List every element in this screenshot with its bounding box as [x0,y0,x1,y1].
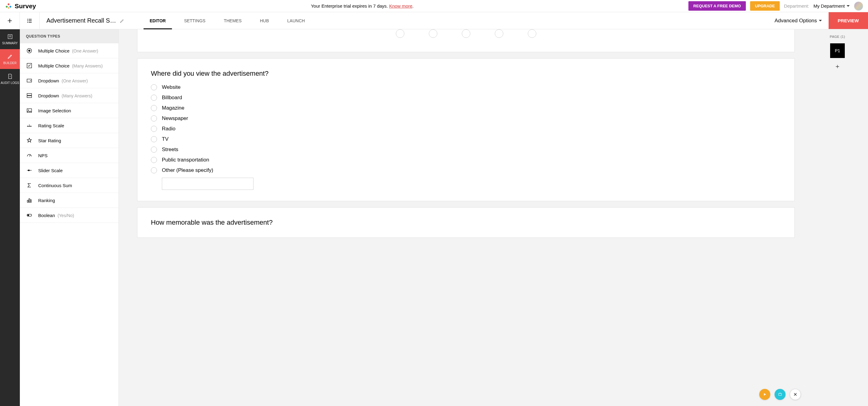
qtype-boolean[interactable]: Boolean (Yes/No) [20,208,119,223]
svg-rect-29 [29,199,30,202]
qtype-multiple-choice-many[interactable]: Multiple Choice (Many Answers) [20,58,119,73]
svg-rect-18 [27,96,32,98]
qtype-label: Slider Scale [38,168,63,173]
play-fab[interactable] [759,389,770,400]
choice-option[interactable]: Website [151,84,781,90]
brand-logo-icon [5,2,12,10]
svg-point-14 [28,50,31,52]
main-area: SUMMARY BUILDER AUDIT LOGS QUESTION TYPE… [0,29,868,406]
choice-option[interactable]: Streets [151,146,781,153]
choice-option-other[interactable]: Other (Please specify) [151,167,781,173]
pencil-icon[interactable] [120,18,125,23]
nav-rail: SUMMARY BUILDER AUDIT LOGS [0,29,20,406]
svg-rect-10 [8,34,12,38]
qtype-label: Dropdown [38,78,59,83]
tab-hub[interactable]: HUB [260,12,269,29]
svg-point-2 [9,6,11,8]
qtype-label: Multiple Choice [38,48,70,54]
rating-dot[interactable] [429,29,437,38]
qtype-multiple-choice-one[interactable]: Multiple Choice (One Answer) [20,43,119,58]
choice-label: Website [162,84,181,90]
rating-dot[interactable] [528,29,536,38]
qtype-label: Rating Scale [38,123,64,128]
question-card-view[interactable]: Where did you view the advertisement? We… [137,58,795,201]
question-types-header: QUESTION TYPES [20,29,119,43]
svg-rect-9 [29,22,32,23]
other-specify-input[interactable] [162,178,253,190]
qtype-slider-scale[interactable]: Slider Scale [20,163,119,178]
choice-option[interactable]: Public transportation [151,157,781,163]
question-card-partial[interactable] [137,29,795,52]
question-title: How memorable was the advertisement? [151,218,781,227]
rating-dot[interactable] [396,29,404,38]
brand-name: Survey [15,2,36,10]
page-rail: PAGE (1) P1 [807,29,868,406]
qtype-sub: (Many Answers) [72,64,103,68]
choice-option[interactable]: Radio [151,126,781,132]
nav-builder-label: BUILDER [3,61,17,65]
svg-point-20 [28,110,29,110]
plus-icon [7,18,13,24]
qtype-image-selection[interactable]: Image Selection [20,103,119,118]
nav-builder[interactable]: BUILDER [0,49,20,69]
department-select[interactable]: My Department [813,3,850,8]
qtype-sub: (One Answer) [62,78,88,83]
question-types-list[interactable]: Multiple Choice (One Answer) Multiple Ch… [20,43,119,406]
brand: Survey [5,2,36,10]
close-fab[interactable] [790,389,801,400]
editor-canvas[interactable]: Where did you view the advertisement? We… [119,29,807,406]
summary-icon [7,34,13,40]
nav-audit-logs[interactable]: AUDIT LOGS [0,69,20,89]
svg-point-0 [8,3,9,5]
qtype-label: Image Selection [38,108,71,113]
list-toggle-button[interactable] [20,12,40,29]
advanced-options-menu[interactable]: Advanced Options [768,18,829,24]
play-icon [762,392,767,397]
svg-rect-17 [27,93,32,95]
svg-rect-30 [30,200,31,202]
choice-option[interactable]: Magazine [151,105,781,111]
add-button[interactable] [0,12,20,29]
sigma-icon [26,182,33,188]
gauge-icon [26,152,33,159]
trial-link[interactable]: Know more [389,3,412,8]
qtype-rating-scale[interactable]: Rating Scale [20,118,119,133]
qtype-nps[interactable]: NPS [20,148,119,163]
preview-button[interactable]: PREVIEW [829,12,868,29]
trial-message: Your Enterprise trial expires in 7 days.… [36,3,688,8]
qtype-dropdown-many[interactable]: Dropdown (Many Answers) [20,88,119,103]
choice-option[interactable]: Billboard [151,95,781,101]
qtype-continuous-sum[interactable]: Continuous Sum [20,178,119,193]
svg-point-8 [27,22,28,23]
chevron-down-icon [819,20,822,21]
page-thumb-1[interactable]: P1 [830,43,845,58]
tab-editor[interactable]: EDITOR [150,12,166,29]
list-icon [27,18,33,24]
qtype-star-rating[interactable]: Star Rating [20,133,119,148]
radio-icon [151,146,157,153]
question-card-memorable[interactable]: How memorable was the advertisement? [137,207,795,238]
qtype-ranking[interactable]: Ranking [20,193,119,208]
tab-launch[interactable]: LAUNCH [287,12,305,29]
qtype-dropdown-one[interactable]: Dropdown (One Answer) [20,73,119,88]
tab-themes[interactable]: THEMES [224,12,242,29]
qtype-label: NPS [38,153,48,158]
tab-settings[interactable]: SETTINGS [184,12,206,29]
add-page-button[interactable] [835,64,840,70]
radio-icon [26,47,33,54]
survey-title-cell: Advertisement Recall Sur… [40,12,131,29]
avatar[interactable] [854,2,863,11]
rating-dot[interactable] [462,29,470,38]
upgrade-button[interactable]: UPGRADE [750,1,780,11]
nav-audit-label: AUDIT LOGS [1,81,19,84]
dropdown-icon [26,77,33,83]
request-demo-button[interactable]: REQUEST A FREE DEMO [688,1,746,11]
nav-summary[interactable]: SUMMARY [0,29,20,49]
choice-option[interactable]: Newspaper [151,115,781,122]
choice-label: Streets [162,146,178,153]
choice-option[interactable]: TV [151,136,781,142]
rating-dot[interactable] [495,29,503,38]
radio-icon [151,157,157,163]
department-label: Department: [784,3,809,8]
screenshot-fab[interactable] [775,389,785,400]
